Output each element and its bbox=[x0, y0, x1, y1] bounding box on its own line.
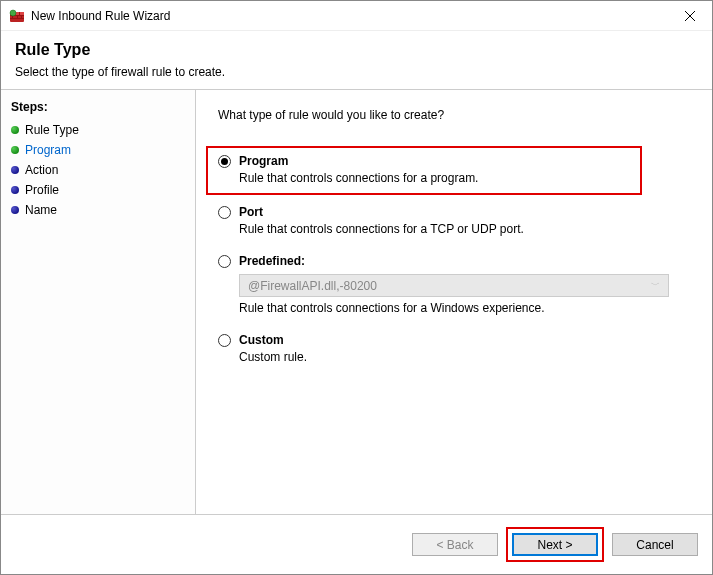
step-label: Action bbox=[25, 163, 58, 177]
step-action[interactable]: Action bbox=[1, 160, 195, 180]
option-header: Port bbox=[218, 205, 690, 219]
option-label: Custom bbox=[239, 333, 284, 347]
steps-label: Steps: bbox=[1, 98, 195, 120]
page-title: Rule Type bbox=[15, 41, 698, 59]
wizard-header: Rule Type Select the type of firewall ru… bbox=[1, 31, 712, 90]
radio-predefined[interactable] bbox=[218, 255, 231, 268]
svg-point-9 bbox=[10, 10, 16, 16]
step-bullet-icon bbox=[11, 146, 19, 154]
svg-rect-5 bbox=[19, 12, 20, 15]
step-bullet-icon bbox=[11, 166, 19, 174]
step-rule-type[interactable]: Rule Type bbox=[1, 120, 195, 140]
dropdown-value: @FirewallAPI.dll,-80200 bbox=[248, 279, 377, 293]
predefined-dropdown: @FirewallAPI.dll,-80200 ﹀ bbox=[239, 274, 669, 297]
step-name[interactable]: Name bbox=[1, 200, 195, 220]
rule-type-options: Program Rule that controls connections f… bbox=[218, 146, 690, 364]
option-header: Predefined: bbox=[218, 254, 690, 268]
option-desc: Custom rule. bbox=[239, 350, 690, 364]
step-profile[interactable]: Profile bbox=[1, 180, 195, 200]
svg-rect-6 bbox=[12, 16, 13, 18]
cancel-button[interactable]: Cancel bbox=[612, 533, 698, 556]
wizard-footer: < Back Next > Cancel bbox=[1, 514, 712, 574]
option-custom[interactable]: Custom Custom rule. bbox=[218, 333, 690, 364]
step-bullet-icon bbox=[11, 126, 19, 134]
svg-rect-8 bbox=[21, 16, 22, 18]
option-predefined[interactable]: Predefined: @FirewallAPI.dll,-80200 ﹀ Ru… bbox=[218, 254, 690, 315]
step-label: Program bbox=[25, 143, 71, 157]
back-button: < Back bbox=[412, 533, 498, 556]
option-desc: Rule that controls connections for a Win… bbox=[239, 301, 690, 315]
steps-sidebar: Steps: Rule Type Program Action Profile … bbox=[1, 90, 196, 514]
option-label: Program bbox=[239, 154, 288, 168]
option-desc: Rule that controls connections for a TCP… bbox=[239, 222, 690, 236]
option-header: Program bbox=[218, 154, 630, 168]
step-label: Rule Type bbox=[25, 123, 79, 137]
option-label: Port bbox=[239, 205, 263, 219]
option-desc: Rule that controls connections for a pro… bbox=[239, 171, 630, 185]
svg-rect-3 bbox=[10, 18, 24, 19]
step-bullet-icon bbox=[11, 206, 19, 214]
radio-port[interactable] bbox=[218, 206, 231, 219]
option-port[interactable]: Port Rule that controls connections for … bbox=[218, 205, 690, 236]
main-content: What type of rule would you like to crea… bbox=[196, 90, 712, 514]
option-label: Predefined: bbox=[239, 254, 305, 268]
radio-program[interactable] bbox=[218, 155, 231, 168]
wizard-body: Steps: Rule Type Program Action Profile … bbox=[1, 90, 712, 514]
page-subtitle: Select the type of firewall rule to crea… bbox=[15, 65, 698, 79]
option-header: Custom bbox=[218, 333, 690, 347]
window-title: New Inbound Rule Wizard bbox=[31, 9, 667, 23]
close-button[interactable] bbox=[667, 1, 712, 31]
titlebar: New Inbound Rule Wizard bbox=[1, 1, 712, 31]
chevron-down-icon: ﹀ bbox=[651, 279, 660, 292]
step-label: Profile bbox=[25, 183, 59, 197]
svg-rect-7 bbox=[17, 16, 18, 18]
next-button[interactable]: Next > bbox=[512, 533, 598, 556]
step-bullet-icon bbox=[11, 186, 19, 194]
option-program[interactable]: Program Rule that controls connections f… bbox=[206, 146, 642, 195]
step-program[interactable]: Program bbox=[1, 140, 195, 160]
question-text: What type of rule would you like to crea… bbox=[218, 108, 690, 122]
firewall-icon bbox=[9, 8, 25, 24]
next-highlight: Next > bbox=[506, 527, 604, 562]
radio-custom[interactable] bbox=[218, 334, 231, 347]
step-label: Name bbox=[25, 203, 57, 217]
wizard-window: New Inbound Rule Wizard Rule Type Select… bbox=[0, 0, 713, 575]
